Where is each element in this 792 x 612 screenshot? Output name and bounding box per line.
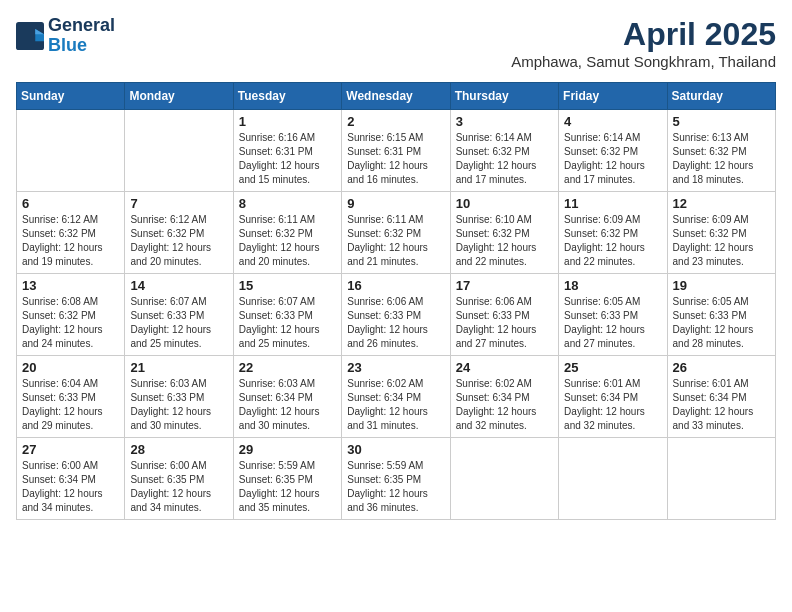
day-number: 22	[239, 360, 336, 375]
day-number: 4	[564, 114, 661, 129]
day-number: 21	[130, 360, 227, 375]
day-number: 24	[456, 360, 553, 375]
day-number: 27	[22, 442, 119, 457]
day-info: Sunrise: 5:59 AM Sunset: 6:35 PM Dayligh…	[239, 459, 336, 515]
calendar-cell: 6Sunrise: 6:12 AM Sunset: 6:32 PM Daylig…	[17, 192, 125, 274]
day-number: 28	[130, 442, 227, 457]
day-number: 10	[456, 196, 553, 211]
day-info: Sunrise: 6:02 AM Sunset: 6:34 PM Dayligh…	[456, 377, 553, 433]
calendar-cell	[450, 438, 558, 520]
calendar-cell: 14Sunrise: 6:07 AM Sunset: 6:33 PM Dayli…	[125, 274, 233, 356]
weekday-header-monday: Monday	[125, 83, 233, 110]
day-number: 7	[130, 196, 227, 211]
calendar-cell	[125, 110, 233, 192]
calendar-cell: 4Sunrise: 6:14 AM Sunset: 6:32 PM Daylig…	[559, 110, 667, 192]
calendar-cell: 27Sunrise: 6:00 AM Sunset: 6:34 PM Dayli…	[17, 438, 125, 520]
calendar-cell	[559, 438, 667, 520]
calendar-cell: 23Sunrise: 6:02 AM Sunset: 6:34 PM Dayli…	[342, 356, 450, 438]
day-info: Sunrise: 6:02 AM Sunset: 6:34 PM Dayligh…	[347, 377, 444, 433]
weekday-header-thursday: Thursday	[450, 83, 558, 110]
weekday-header-row: SundayMondayTuesdayWednesdayThursdayFrid…	[17, 83, 776, 110]
calendar-cell: 15Sunrise: 6:07 AM Sunset: 6:33 PM Dayli…	[233, 274, 341, 356]
day-info: Sunrise: 6:07 AM Sunset: 6:33 PM Dayligh…	[239, 295, 336, 351]
day-info: Sunrise: 6:13 AM Sunset: 6:32 PM Dayligh…	[673, 131, 770, 187]
weekday-header-sunday: Sunday	[17, 83, 125, 110]
day-number: 26	[673, 360, 770, 375]
day-number: 14	[130, 278, 227, 293]
week-row-5: 27Sunrise: 6:00 AM Sunset: 6:34 PM Dayli…	[17, 438, 776, 520]
week-row-2: 6Sunrise: 6:12 AM Sunset: 6:32 PM Daylig…	[17, 192, 776, 274]
day-number: 15	[239, 278, 336, 293]
day-number: 9	[347, 196, 444, 211]
calendar-cell: 18Sunrise: 6:05 AM Sunset: 6:33 PM Dayli…	[559, 274, 667, 356]
day-number: 30	[347, 442, 444, 457]
day-info: Sunrise: 6:03 AM Sunset: 6:33 PM Dayligh…	[130, 377, 227, 433]
day-info: Sunrise: 6:10 AM Sunset: 6:32 PM Dayligh…	[456, 213, 553, 269]
day-number: 29	[239, 442, 336, 457]
day-info: Sunrise: 6:05 AM Sunset: 6:33 PM Dayligh…	[673, 295, 770, 351]
calendar-cell: 30Sunrise: 5:59 AM Sunset: 6:35 PM Dayli…	[342, 438, 450, 520]
calendar-cell: 8Sunrise: 6:11 AM Sunset: 6:32 PM Daylig…	[233, 192, 341, 274]
logo-general: General	[48, 15, 115, 35]
day-number: 8	[239, 196, 336, 211]
day-info: Sunrise: 6:01 AM Sunset: 6:34 PM Dayligh…	[673, 377, 770, 433]
calendar-cell: 13Sunrise: 6:08 AM Sunset: 6:32 PM Dayli…	[17, 274, 125, 356]
day-info: Sunrise: 6:06 AM Sunset: 6:33 PM Dayligh…	[347, 295, 444, 351]
day-info: Sunrise: 6:00 AM Sunset: 6:34 PM Dayligh…	[22, 459, 119, 515]
day-number: 1	[239, 114, 336, 129]
week-row-4: 20Sunrise: 6:04 AM Sunset: 6:33 PM Dayli…	[17, 356, 776, 438]
day-number: 2	[347, 114, 444, 129]
calendar-cell: 12Sunrise: 6:09 AM Sunset: 6:32 PM Dayli…	[667, 192, 775, 274]
calendar-cell: 3Sunrise: 6:14 AM Sunset: 6:32 PM Daylig…	[450, 110, 558, 192]
day-number: 3	[456, 114, 553, 129]
logo: General Blue	[16, 16, 115, 56]
day-info: Sunrise: 6:14 AM Sunset: 6:32 PM Dayligh…	[564, 131, 661, 187]
weekday-header-saturday: Saturday	[667, 83, 775, 110]
calendar-cell: 1Sunrise: 6:16 AM Sunset: 6:31 PM Daylig…	[233, 110, 341, 192]
calendar-cell: 5Sunrise: 6:13 AM Sunset: 6:32 PM Daylig…	[667, 110, 775, 192]
day-number: 16	[347, 278, 444, 293]
day-info: Sunrise: 6:09 AM Sunset: 6:32 PM Dayligh…	[564, 213, 661, 269]
calendar-cell	[17, 110, 125, 192]
day-info: Sunrise: 6:16 AM Sunset: 6:31 PM Dayligh…	[239, 131, 336, 187]
day-info: Sunrise: 6:00 AM Sunset: 6:35 PM Dayligh…	[130, 459, 227, 515]
day-number: 12	[673, 196, 770, 211]
calendar-cell: 26Sunrise: 6:01 AM Sunset: 6:34 PM Dayli…	[667, 356, 775, 438]
day-info: Sunrise: 6:14 AM Sunset: 6:32 PM Dayligh…	[456, 131, 553, 187]
day-info: Sunrise: 6:09 AM Sunset: 6:32 PM Dayligh…	[673, 213, 770, 269]
day-number: 18	[564, 278, 661, 293]
calendar-cell: 19Sunrise: 6:05 AM Sunset: 6:33 PM Dayli…	[667, 274, 775, 356]
calendar-cell: 20Sunrise: 6:04 AM Sunset: 6:33 PM Dayli…	[17, 356, 125, 438]
calendar-table: SundayMondayTuesdayWednesdayThursdayFrid…	[16, 82, 776, 520]
calendar-cell: 28Sunrise: 6:00 AM Sunset: 6:35 PM Dayli…	[125, 438, 233, 520]
day-info: Sunrise: 6:06 AM Sunset: 6:33 PM Dayligh…	[456, 295, 553, 351]
calendar-cell: 22Sunrise: 6:03 AM Sunset: 6:34 PM Dayli…	[233, 356, 341, 438]
weekday-header-tuesday: Tuesday	[233, 83, 341, 110]
weekday-header-wednesday: Wednesday	[342, 83, 450, 110]
calendar-cell: 24Sunrise: 6:02 AM Sunset: 6:34 PM Dayli…	[450, 356, 558, 438]
day-info: Sunrise: 6:12 AM Sunset: 6:32 PM Dayligh…	[22, 213, 119, 269]
title-block: April 2025 Amphawa, Samut Songkhram, Tha…	[511, 16, 776, 70]
day-info: Sunrise: 6:03 AM Sunset: 6:34 PM Dayligh…	[239, 377, 336, 433]
day-number: 5	[673, 114, 770, 129]
day-info: Sunrise: 6:01 AM Sunset: 6:34 PM Dayligh…	[564, 377, 661, 433]
day-number: 17	[456, 278, 553, 293]
calendar-title: April 2025	[511, 16, 776, 53]
calendar-cell: 7Sunrise: 6:12 AM Sunset: 6:32 PM Daylig…	[125, 192, 233, 274]
calendar-cell: 17Sunrise: 6:06 AM Sunset: 6:33 PM Dayli…	[450, 274, 558, 356]
day-info: Sunrise: 5:59 AM Sunset: 6:35 PM Dayligh…	[347, 459, 444, 515]
week-row-1: 1Sunrise: 6:16 AM Sunset: 6:31 PM Daylig…	[17, 110, 776, 192]
day-number: 13	[22, 278, 119, 293]
day-number: 20	[22, 360, 119, 375]
calendar-cell: 16Sunrise: 6:06 AM Sunset: 6:33 PM Dayli…	[342, 274, 450, 356]
calendar-cell: 9Sunrise: 6:11 AM Sunset: 6:32 PM Daylig…	[342, 192, 450, 274]
calendar-cell: 29Sunrise: 5:59 AM Sunset: 6:35 PM Dayli…	[233, 438, 341, 520]
week-row-3: 13Sunrise: 6:08 AM Sunset: 6:32 PM Dayli…	[17, 274, 776, 356]
day-info: Sunrise: 6:07 AM Sunset: 6:33 PM Dayligh…	[130, 295, 227, 351]
calendar-cell: 21Sunrise: 6:03 AM Sunset: 6:33 PM Dayli…	[125, 356, 233, 438]
day-info: Sunrise: 6:11 AM Sunset: 6:32 PM Dayligh…	[347, 213, 444, 269]
calendar-cell: 11Sunrise: 6:09 AM Sunset: 6:32 PM Dayli…	[559, 192, 667, 274]
day-info: Sunrise: 6:12 AM Sunset: 6:32 PM Dayligh…	[130, 213, 227, 269]
day-number: 23	[347, 360, 444, 375]
logo-icon	[16, 22, 44, 50]
